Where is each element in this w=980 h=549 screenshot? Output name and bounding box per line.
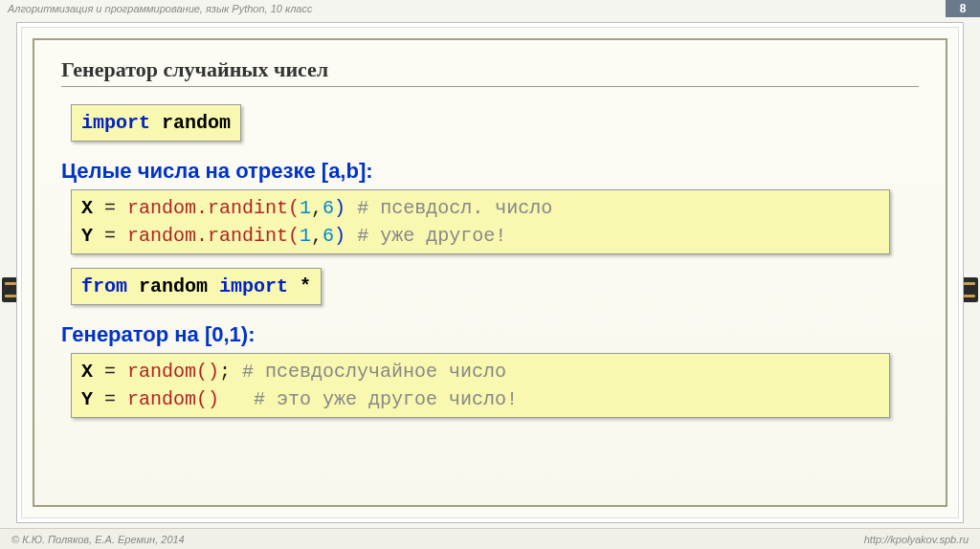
course-label: Алгоритмизация и программирование, язык … — [8, 3, 312, 14]
subheading-float: Генератор на [0,1): — [61, 322, 919, 347]
title-divider — [61, 86, 919, 87]
comment-other: # уже другое! — [345, 225, 506, 247]
footer-url: http://kpolyakov.spb.ru — [864, 534, 969, 545]
comment-pseudo: # псевдосл. число — [345, 197, 552, 219]
comma: , — [311, 225, 323, 247]
slide-inner-frame: Генератор случайных чисел import random … — [33, 38, 947, 507]
code-import-random: import random — [71, 104, 241, 142]
footer-bar: © К.Ю. Поляков, Е.А. Еремин, 2014 http:/… — [0, 528, 980, 549]
num-one: 1 — [300, 225, 311, 247]
module-random: random — [127, 275, 219, 297]
op-assign: = — [93, 388, 127, 410]
call-randint: random.randint( — [127, 197, 300, 219]
var-y: Y — [81, 225, 93, 247]
keyword-import: import — [81, 112, 150, 134]
close-paren: ) — [334, 225, 345, 247]
call-randint: random.randint( — [127, 225, 300, 247]
op-assign: = — [93, 197, 127, 219]
code-randint-block: X = random.randint(1,6) # псевдосл. числ… — [71, 189, 890, 254]
comma: , — [311, 197, 323, 219]
header-bar: Алгоритмизация и программирование, язык … — [0, 0, 980, 17]
comment-other-float: # это уже другое число! — [254, 388, 518, 410]
binder-clip-right — [961, 277, 978, 302]
subheading-integers: Целые числа на отрезке [a,b]: — [61, 159, 919, 184]
var-y: Y — [81, 388, 93, 410]
footer-copyright: © К.Ю. Поляков, Е.А. Еремин, 2014 — [11, 534, 185, 545]
var-x: X — [81, 197, 93, 219]
code-from-import: from random import * — [71, 268, 322, 305]
var-x: X — [81, 361, 93, 383]
keyword-from: from — [81, 275, 127, 297]
spaces — [219, 388, 254, 410]
semicolon: ; — [219, 361, 242, 383]
code-random-block: X = random(); # псевдослучайное число Y … — [71, 353, 890, 418]
page-number: 8 — [946, 0, 980, 17]
module-random: random — [150, 112, 231, 134]
close-paren: ) — [334, 197, 345, 219]
slide-outer-frame: Генератор случайных чисел import random … — [17, 23, 963, 522]
comment-pseudo-float: # псевдослучайное число — [242, 361, 506, 383]
call-random: random() — [127, 388, 219, 410]
op-assign: = — [93, 225, 127, 247]
num-six: 6 — [323, 197, 334, 219]
keyword-import: import — [219, 275, 288, 297]
op-assign: = — [93, 361, 127, 383]
slide-title: Генератор случайных чисел — [61, 57, 919, 82]
wildcard: * — [288, 275, 311, 297]
num-six: 6 — [323, 225, 334, 247]
num-one: 1 — [300, 197, 311, 219]
call-random: random() — [127, 361, 219, 383]
